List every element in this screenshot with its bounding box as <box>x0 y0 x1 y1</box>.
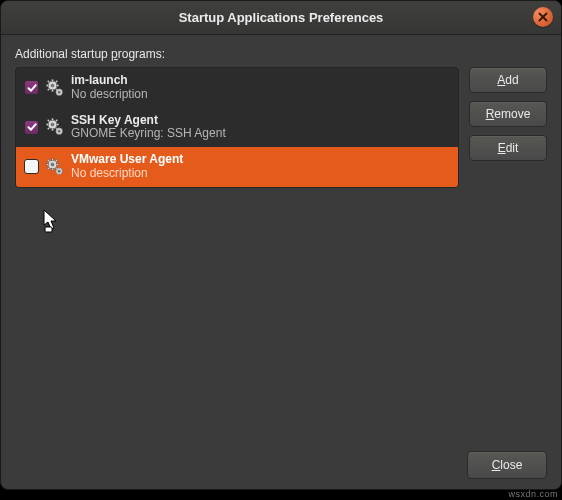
watermark: wsxdn.com <box>508 489 558 499</box>
svg-point-15 <box>51 123 54 126</box>
list-item[interactable]: VMware User AgentNo description <box>16 147 458 187</box>
svg-rect-7 <box>56 84 59 86</box>
close-button[interactable]: Close <box>467 451 547 479</box>
titlebar[interactable]: Startup Applications Preferences <box>1 1 561 35</box>
svg-rect-30 <box>46 164 49 166</box>
item-name: im-launch <box>71 74 148 88</box>
svg-point-27 <box>51 163 54 166</box>
application-gear-icon <box>45 117 65 137</box>
close-icon <box>538 12 548 22</box>
application-gear-icon <box>45 78 65 98</box>
add-button[interactable]: Add <box>469 67 547 93</box>
remove-button[interactable]: Remove <box>469 101 547 127</box>
item-description: No description <box>71 88 148 102</box>
svg-point-25 <box>58 130 60 132</box>
svg-rect-16 <box>52 119 54 122</box>
svg-rect-38 <box>45 227 52 232</box>
item-description: No description <box>71 167 183 181</box>
startup-programs-list[interactable]: im-launchNo description SSH Key AgentGNO… <box>15 67 459 188</box>
edit-button[interactable]: Edit <box>469 135 547 161</box>
list-item[interactable]: SSH Key AgentGNOME Keyring: SSH Agent <box>16 108 458 148</box>
list-item[interactable]: im-launchNo description <box>16 68 458 108</box>
window-close-button[interactable] <box>533 7 553 27</box>
footer: Close <box>15 451 547 479</box>
svg-rect-31 <box>56 164 59 166</box>
svg-rect-4 <box>52 79 54 82</box>
section-label: Additional startup programs: <box>15 47 547 61</box>
enabled-checkbox[interactable] <box>24 159 39 174</box>
item-description: GNOME Keyring: SSH Agent <box>71 127 226 141</box>
svg-point-37 <box>58 170 60 172</box>
preferences-window: Startup Applications Preferences Additio… <box>0 0 562 490</box>
item-name: SSH Key Agent <box>71 114 226 128</box>
window-title: Startup Applications Preferences <box>179 10 384 25</box>
body-row: im-launchNo description SSH Key AgentGNO… <box>15 67 547 441</box>
svg-rect-5 <box>52 89 54 92</box>
svg-rect-28 <box>52 158 54 161</box>
svg-rect-19 <box>56 124 59 126</box>
item-text: VMware User AgentNo description <box>71 153 183 181</box>
enabled-checkbox[interactable] <box>24 80 39 95</box>
item-text: im-launchNo description <box>71 74 148 102</box>
svg-rect-6 <box>46 84 49 86</box>
svg-point-13 <box>58 91 60 93</box>
svg-rect-18 <box>46 124 49 126</box>
window-content: Additional startup programs: im-launchNo… <box>1 35 561 489</box>
item-text: SSH Key AgentGNOME Keyring: SSH Agent <box>71 114 226 142</box>
cursor-pointer-icon <box>41 209 63 239</box>
item-name: VMware User Agent <box>71 153 183 167</box>
enabled-checkbox[interactable] <box>24 120 39 135</box>
svg-point-3 <box>51 84 54 87</box>
application-gear-icon <box>45 157 65 177</box>
list-wrap: im-launchNo description SSH Key AgentGNO… <box>15 67 459 441</box>
button-column: Add Remove Edit <box>469 67 547 441</box>
svg-rect-17 <box>52 129 54 132</box>
svg-rect-29 <box>52 168 54 171</box>
